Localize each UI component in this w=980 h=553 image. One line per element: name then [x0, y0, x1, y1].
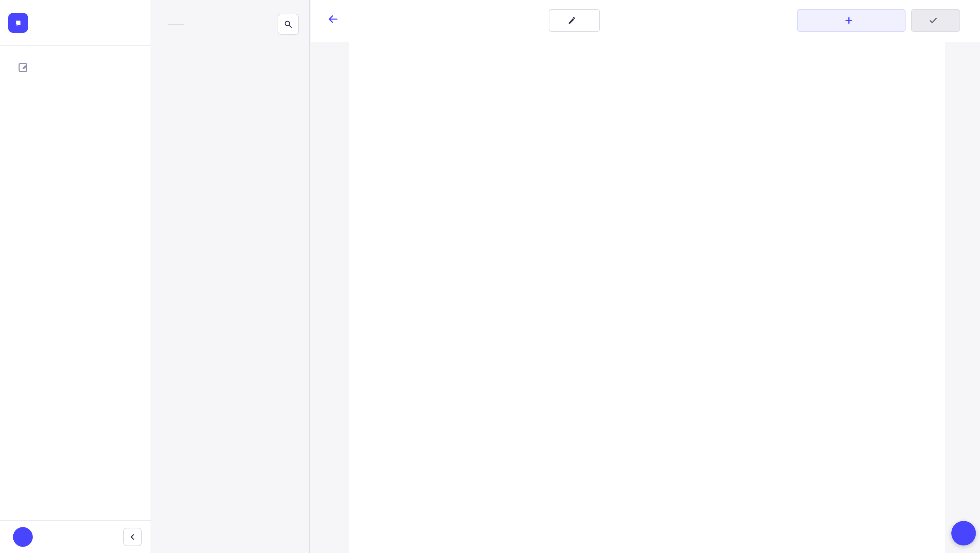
pencil-icon	[568, 16, 576, 25]
search-button[interactable]	[278, 14, 299, 35]
content-type-builder-panel	[151, 0, 310, 553]
save-button[interactable]	[911, 9, 960, 32]
fields-card	[349, 42, 945, 553]
add-another-field-button[interactable]	[797, 9, 905, 32]
sidebar-item-content-manager[interactable]	[5, 54, 146, 81]
main-sidebar	[0, 0, 151, 553]
main-area	[311, 0, 980, 553]
arrow-left-icon	[328, 14, 338, 25]
check-icon	[928, 16, 938, 25]
strapi-logo-icon	[8, 13, 28, 33]
avatar[interactable]	[13, 527, 33, 547]
edit-button[interactable]	[549, 9, 600, 32]
help-button[interactable]	[951, 521, 976, 545]
back-link[interactable]	[328, 14, 343, 25]
divider	[168, 24, 185, 25]
plus-icon	[844, 16, 854, 25]
search-icon	[283, 19, 293, 29]
sidebar-nav	[0, 46, 151, 81]
collapse-sidebar-button[interactable]	[123, 528, 142, 546]
page-header	[311, 0, 980, 42]
user-area	[0, 520, 151, 553]
chevron-left-icon	[128, 532, 137, 541]
content-area	[311, 42, 980, 553]
field-rows	[349, 42, 945, 47]
tree-connectors	[349, 42, 945, 553]
pen-icon	[17, 61, 30, 73]
workspace-switcher[interactable]	[0, 0, 151, 45]
